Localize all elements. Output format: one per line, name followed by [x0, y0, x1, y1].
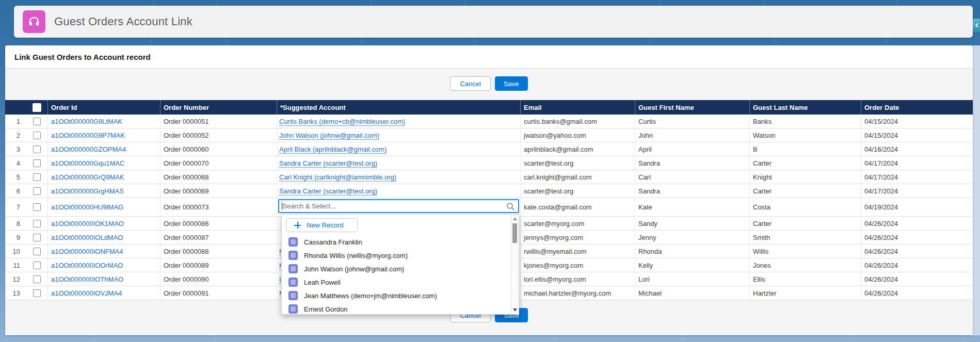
order-id-link[interactable]: a1OOt000000GZOPMA4: [47, 142, 160, 156]
order-date-text: 04/17/2024: [864, 159, 898, 167]
guest-first-name-text: Lori: [638, 275, 650, 283]
email-text: scarter@test.org: [524, 159, 573, 167]
row-checkbox[interactable]: [33, 262, 41, 269]
order-number-text: Order 0000088: [164, 248, 208, 255]
guest-first-name: Carl: [635, 170, 749, 184]
account-option-label: John Watson (johnw@gmail.com): [304, 265, 404, 273]
row-checkbox[interactable]: [33, 275, 41, 283]
save-button-top[interactable]: Save: [495, 76, 528, 91]
order-id-link[interactable]: a1OOt000000GrQ9MAK: [47, 170, 160, 184]
guest-first-name-text: April: [638, 145, 652, 153]
suggested-account-link[interactable]: Carl Knight (carlknight@iamnimble.org): [277, 170, 520, 184]
row-number-text: 7: [17, 203, 20, 211]
order-id-link[interactable]: a1OOt000000G9LtMAK: [47, 115, 160, 128]
order-id-link[interactable]: a1OOt000000IOK1MAO: [47, 217, 160, 230]
account-option[interactable]: John Watson (johnw@gmail.com): [282, 262, 510, 275]
suggested-account-link[interactable]: Sandra Carter (scarter@test.org): [277, 156, 520, 170]
column-header-order-date: Order Date: [861, 100, 973, 115]
account-icon: [288, 251, 298, 260]
order-id-link[interactable]: a1OOt000000IOOrMAO: [47, 258, 160, 272]
row-checkbox[interactable]: [33, 248, 41, 255]
order-id-link[interactable]: a1OOt000000IOLdMAO: [47, 231, 160, 244]
order-id-link-text[interactable]: a1OOt000000Gqu1MAC: [51, 159, 124, 167]
suggested-account-link[interactable]: April Black (aprilnblack@gmail.com): [277, 142, 520, 156]
order-id-link-text[interactable]: a1OOt000000GrgHMAS: [51, 187, 124, 195]
order-id-link-text[interactable]: a1OOt000000IOLdMAO: [51, 234, 123, 241]
chevron-left-button[interactable]: [973, 19, 980, 32]
scrollbar-thumb[interactable]: [512, 223, 517, 243]
select-all-checkbox[interactable]: [33, 103, 41, 112]
account-option[interactable]: Rhonda Willis (rwillis@myorg.com): [282, 249, 510, 262]
row-number-text: 9: [17, 234, 20, 241]
scroll-up-icon[interactable]: [513, 217, 517, 220]
guest-first-name-text: Sandra: [638, 187, 660, 195]
row-checkbox[interactable]: [33, 187, 41, 195]
guest-first-name: Curtis: [635, 115, 749, 128]
order-id-link-text[interactable]: a1OOt000000IOVJMA4: [51, 289, 122, 297]
suggested-account-link-text[interactable]: John Watson (johnw@gmail.com): [279, 132, 379, 139]
email: scarter@test.org: [520, 156, 635, 170]
order-id-link-text[interactable]: a1OOt000000G9P7MAK: [51, 132, 125, 139]
order-id-link-text[interactable]: a1OOt000000GZOPMA4: [51, 145, 126, 153]
scroll-down-icon[interactable]: [513, 308, 517, 312]
order-id-link[interactable]: a1OOt000000Gqu1MAC: [47, 156, 160, 170]
order-id-link[interactable]: a1OOt000000GrgHMAS: [47, 184, 160, 198]
row-checkbox[interactable]: [33, 145, 41, 153]
order-id-link[interactable]: a1OOt000000G9P7MAK: [47, 128, 160, 142]
account-option[interactable]: Ernest Gordon: [282, 302, 510, 316]
row-checkbox[interactable]: [33, 173, 41, 181]
account-option[interactable]: Jean Matthews (demo+jm@nimbleuser.com): [282, 289, 510, 302]
order-id-link[interactable]: a1OOt000000IOVJMA4: [47, 286, 160, 300]
suggested-account-link[interactable]: Curtis Banks (demo+cb@nimbleuser.com): [277, 115, 520, 128]
row-checkbox[interactable]: [33, 220, 41, 227]
order-id-link-text[interactable]: a1OOt000000IOThMAO: [51, 275, 123, 283]
order-id-link-text[interactable]: a1OOt000000IONFMA4: [51, 248, 123, 255]
account-option[interactable]: Cassandra Franklin: [282, 235, 510, 249]
row-checkbox[interactable]: [33, 289, 41, 297]
account-icon: [288, 237, 298, 247]
page-scrollbar-track[interactable]: [973, 45, 980, 335]
row-checkbox-cell: [26, 272, 47, 286]
dropdown-scrollbar[interactable]: [511, 215, 519, 314]
order-number: Order 0000089: [160, 258, 277, 272]
email-text: curtis.banks@gmail.com: [524, 118, 597, 125]
order-number-text: Order 0000091: [164, 289, 208, 297]
cancel-button-top[interactable]: Cancel: [450, 76, 490, 91]
suggested-account-link-text[interactable]: Curtis Banks (demo+cb@nimbleuser.com): [279, 118, 405, 125]
suggested-account-link-text[interactable]: Carl Knight (carlknight@iamnimble.org): [279, 173, 396, 181]
row-checkbox[interactable]: [33, 203, 41, 211]
order-id-link-text[interactable]: a1OOt000000IOK1MAO: [51, 220, 124, 227]
row-checkbox[interactable]: [33, 118, 41, 125]
guest-first-name-text: Michael: [638, 289, 662, 297]
order-id-link[interactable]: a1OOt000000IONFMA4: [47, 245, 160, 258]
order-id-link-text[interactable]: a1OOt000000G9LtMAK: [51, 118, 122, 125]
order-date: 04/15/2024: [861, 128, 973, 142]
row-number: 5: [5, 170, 26, 184]
table-row: 6a1OOt000000GrgHMASOrder 0000069Sandra C…: [5, 184, 973, 198]
row-checkbox[interactable]: [33, 132, 41, 139]
row-checkbox[interactable]: [33, 234, 41, 241]
order-id-link-text[interactable]: a1OOt000000HU9lMAG: [51, 203, 123, 211]
suggested-account-link[interactable]: Sandra Carter (scarter@test.org): [277, 184, 520, 198]
order-id-link-text[interactable]: a1OOt000000IOOrMAO: [51, 262, 123, 269]
column-header-order-id: Order Id: [47, 100, 160, 115]
search-icon: [506, 202, 515, 211]
suggested-account-link-text[interactable]: April Black (aprilnblack@gmail.com): [279, 145, 387, 153]
order-id-link[interactable]: a1OOt000000HU9lMAG: [47, 198, 160, 216]
new-record-button[interactable]: New Record: [286, 218, 358, 232]
table-row: 5a1OOt000000GrQ9MAKOrder 0000068Carl Kni…: [5, 170, 973, 184]
order-number: Order 0000086: [160, 217, 277, 230]
guest-first-name-text: Rhonda: [638, 248, 662, 255]
account-search-input[interactable]: [279, 200, 518, 212]
order-id-link-text[interactable]: a1OOt000000GrQ9MAK: [51, 173, 124, 181]
suggested-account-link-text[interactable]: Sandra Carter (scarter@test.org): [279, 159, 377, 167]
order-id-link[interactable]: a1OOt000000IOThMAO: [47, 272, 160, 286]
suggested-account-link[interactable]: John Watson (johnw@gmail.com): [277, 128, 520, 142]
row-number: 6: [5, 184, 26, 198]
row-checkbox[interactable]: [33, 159, 41, 167]
email-text: jwatson@yahoo.com: [524, 132, 586, 139]
email: curtis.banks@gmail.com: [520, 115, 635, 128]
suggested-account-link-text[interactable]: Sandra Carter (scarter@test.org): [279, 187, 377, 195]
order-number: Order 0000087: [160, 231, 277, 244]
account-option[interactable]: Leah Powell: [282, 275, 510, 289]
